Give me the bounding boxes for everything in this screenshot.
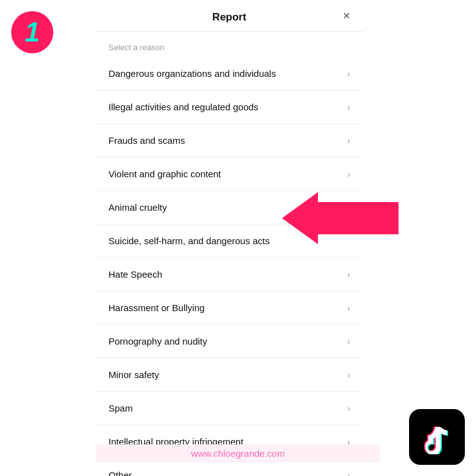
menu-item-pornography-nudity[interactable]: Pornography and nudity› [96, 325, 363, 358]
section-label: Select a reason [96, 32, 363, 57]
menu-item-dangerous-orgs[interactable]: Dangerous organizations and individuals› [96, 57, 363, 90]
watermark-text: www.chloegrande.com [192, 448, 285, 459]
menu-item-label-frauds-scams: Frauds and scams [108, 135, 185, 146]
modal-header: Report × [96, 0, 363, 32]
report-reasons-list: Dangerous organizations and individuals›… [96, 57, 363, 476]
menu-item-label-spam: Spam [108, 403, 133, 413]
menu-item-harassment-bullying[interactable]: Harassment or Bullying› [96, 291, 363, 325]
menu-item-label-violent-graphic: Violent and graphic content [108, 169, 221, 179]
menu-item-minor-safety[interactable]: Minor safety› [96, 358, 363, 392]
chevron-right-icon: › [347, 470, 350, 477]
arrow-head [282, 192, 318, 244]
chevron-right-icon: › [347, 136, 350, 146]
menu-item-label-other: Other [108, 470, 132, 476]
close-button[interactable]: × [343, 9, 350, 22]
chevron-right-icon: › [347, 370, 350, 380]
chevron-right-icon: › [347, 270, 350, 280]
tiktok-icon [420, 420, 454, 454]
watermark: www.chloegrande.com [96, 444, 380, 462]
chevron-right-icon: › [347, 337, 350, 346]
menu-item-label-animal-cruelty: Animal cruelty [108, 202, 167, 213]
menu-item-frauds-scams[interactable]: Frauds and scams› [96, 124, 363, 157]
chevron-right-icon: › [347, 169, 350, 179]
menu-item-label-minor-safety: Minor safety [108, 369, 159, 380]
menu-item-label-pornography-nudity: Pornography and nudity [108, 336, 207, 346]
arrow-body [318, 202, 399, 234]
step-badge: 1 [11, 11, 53, 53]
modal-title: Report [213, 11, 247, 24]
menu-item-label-harassment-bullying: Harassment or Bullying [108, 302, 205, 313]
menu-item-spam[interactable]: Spam› [96, 392, 363, 425]
menu-item-hate-speech[interactable]: Hate Speech› [96, 258, 363, 291]
step-number: 1 [25, 19, 40, 46]
menu-item-label-dangerous-orgs: Dangerous organizations and individuals [108, 68, 276, 79]
chevron-right-icon: › [347, 102, 350, 112]
menu-item-label-hate-speech: Hate Speech [108, 269, 162, 280]
annotation-arrow [282, 192, 399, 244]
tiktok-logo [409, 409, 465, 465]
chevron-right-icon: › [347, 303, 350, 313]
menu-item-label-illegal-activities: Illegal activities and regulated goods [108, 102, 258, 112]
chevron-right-icon: › [347, 69, 350, 79]
menu-item-violent-graphic[interactable]: Violent and graphic content› [96, 157, 363, 191]
menu-item-illegal-activities[interactable]: Illegal activities and regulated goods› [96, 90, 363, 124]
menu-item-label-suicide-selfharm: Suicide, self-harm, and dangerous acts [108, 236, 270, 246]
chevron-right-icon: › [347, 403, 350, 413]
